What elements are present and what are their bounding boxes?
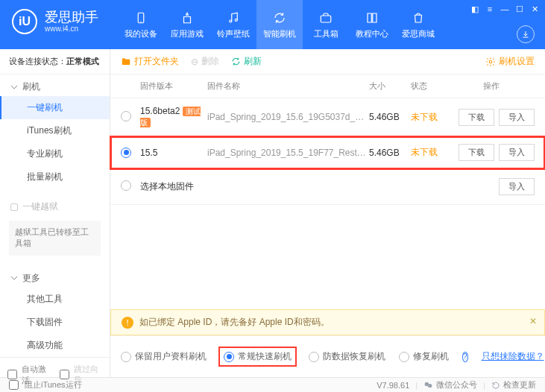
firmware-radio[interactable]	[121, 111, 131, 121]
delete-button[interactable]: ⊖ 删除	[191, 55, 219, 68]
nav-ringtones[interactable]: 铃声壁纸	[210, 0, 256, 49]
firmware-radio[interactable]	[121, 180, 131, 191]
sidebar-item-pro-flash[interactable]: 专业刷机	[0, 142, 110, 165]
device-icon	[133, 10, 148, 25]
chevron-down-icon	[10, 274, 18, 282]
firmware-size: 5.46GB	[369, 112, 411, 122]
folder-icon	[121, 57, 131, 67]
nav-toolbox[interactable]: 工具箱	[303, 0, 349, 49]
sidebar-section-more[interactable]: 更多	[0, 266, 110, 288]
warning-icon: !	[122, 317, 133, 329]
firmware-radio[interactable]	[121, 148, 131, 158]
music-icon	[226, 10, 241, 25]
mode-regular[interactable]: 常规快速刷机	[220, 348, 295, 365]
auto-activate-checkbox[interactable]	[7, 370, 17, 379]
close-icon[interactable]: ✕	[529, 3, 541, 15]
firmware-status: 未下载	[411, 111, 448, 124]
mode-keep-data[interactable]: 保留用户资料刷机	[121, 350, 207, 363]
sidebar-section-flash[interactable]: 刷机	[0, 75, 110, 96]
nav-apps[interactable]: 应用游戏	[164, 0, 210, 49]
svg-point-3	[235, 19, 237, 21]
mode-repair[interactable]: 修复刷机	[399, 350, 449, 363]
mode-recovery[interactable]: 防数据恢复刷机	[309, 350, 385, 363]
close-notice-icon[interactable]: ✕	[529, 316, 537, 326]
delete-icon: ⊖	[191, 57, 198, 67]
check-update-link[interactable]: 检查更新	[491, 379, 536, 391]
sidebar-item-itunes-flash[interactable]: iTunes刷机	[0, 119, 110, 142]
svg-rect-4	[321, 16, 331, 22]
block-itunes-label: 阻止iTunes运行	[25, 379, 82, 391]
sidebar-item-download-fw[interactable]: 下载固件	[0, 311, 110, 334]
download-manager-icon[interactable]	[517, 25, 535, 43]
sidebar-section-jailbreak[interactable]: 一键越狱	[0, 195, 110, 216]
wechat-icon	[423, 380, 433, 390]
import-button[interactable]: 导入	[499, 109, 535, 126]
download-button[interactable]: 下载	[459, 109, 494, 126]
update-icon	[491, 381, 500, 390]
jailbreak-moved-note: 越狱工具已转移至工具箱	[9, 221, 101, 256]
firmware-table-header: 固件版本 固件名称 大小 状态 操作	[110, 75, 545, 98]
block-itunes-checkbox[interactable]	[9, 380, 19, 390]
flash-icon	[272, 10, 287, 25]
nav-shop[interactable]: 爱思商城	[395, 0, 441, 49]
menu-icon[interactable]: ≡	[484, 3, 496, 15]
top-nav: 我的设备 应用游戏 铃声壁纸 智能刷机 工具箱 教程中心 爱思商城	[118, 0, 441, 49]
connection-status: 设备连接状态：正常模式	[0, 49, 110, 75]
svg-point-6	[489, 60, 492, 63]
sidebar-item-advanced[interactable]: 高级功能	[0, 334, 110, 357]
brand-name: 爱思助手	[45, 10, 98, 25]
open-folder-button[interactable]: 打开文件夹	[121, 55, 179, 68]
firmware-size: 5.46GB	[369, 148, 411, 158]
skip-guide-checkbox[interactable]	[60, 370, 69, 379]
minimize-icon[interactable]: —	[499, 3, 511, 15]
svg-point-8	[428, 384, 432, 388]
chevron-down-icon	[10, 83, 18, 91]
sidebar-item-oneclick-flash[interactable]: 一键刷机	[0, 96, 110, 119]
refresh-button[interactable]: 刷新	[231, 55, 262, 68]
firmware-version: 15.5	[140, 148, 207, 158]
firmware-row[interactable]: 15.6beta2测试版 iPad_Spring_2019_15.6_19G50…	[110, 98, 545, 136]
nav-smart-flash[interactable]: 智能刷机	[256, 0, 303, 49]
local-firmware-label: 选择本地固件	[140, 180, 194, 193]
firmware-version: 15.6beta2测试版	[140, 106, 207, 128]
import-button[interactable]: 导入	[499, 144, 535, 161]
version-label: V7.98.61	[377, 381, 409, 390]
maximize-icon[interactable]: ☐	[514, 3, 526, 15]
nav-my-device[interactable]: 我的设备	[118, 0, 164, 49]
nav-tutorials[interactable]: 教程中心	[349, 0, 395, 49]
download-button[interactable]: 下载	[459, 144, 494, 161]
wechat-link[interactable]: 微信公众号	[423, 379, 477, 391]
appleid-notice: ! 如已绑定 Apple ID，请先备好 Apple ID和密码。 ✕	[110, 309, 545, 335]
import-button[interactable]: 导入	[499, 178, 535, 195]
apps-icon	[180, 10, 195, 25]
refresh-icon	[231, 57, 241, 66]
sidebar-item-batch-flash[interactable]: 批量刷机	[0, 165, 110, 189]
toolbox-icon	[318, 10, 333, 25]
help-icon[interactable]: ?	[462, 352, 468, 362]
book-icon	[365, 10, 379, 25]
local-firmware-row[interactable]: 选择本地固件 导入	[110, 169, 545, 205]
erase-only-link[interactable]: 只想抹除数据？	[482, 350, 544, 363]
firmware-row[interactable]: 15.5 iPad_Spring_2019_15.5_19F77_Restore…	[110, 136, 545, 169]
skin-icon[interactable]: ◧	[469, 3, 481, 15]
lock-icon	[10, 203, 18, 211]
firmware-name: iPad_Spring_2019_15.6_19G5037d_Restore.i…	[207, 112, 369, 122]
svg-point-2	[230, 20, 232, 22]
app-logo: iU 爱思助手 www.i4.cn	[0, 0, 110, 43]
firmware-status: 未下载	[411, 146, 448, 159]
sidebar-item-other-tools[interactable]: 其他工具	[0, 288, 110, 311]
gear-icon	[485, 57, 496, 67]
shop-icon	[411, 10, 426, 25]
firmware-name: iPad_Spring_2019_15.5_19F77_Restore.ipsw	[207, 148, 369, 158]
logo-icon: iU	[12, 9, 37, 34]
brand-url: www.i4.cn	[45, 25, 98, 33]
flash-settings-button[interactable]: 刷机设置	[485, 55, 535, 68]
